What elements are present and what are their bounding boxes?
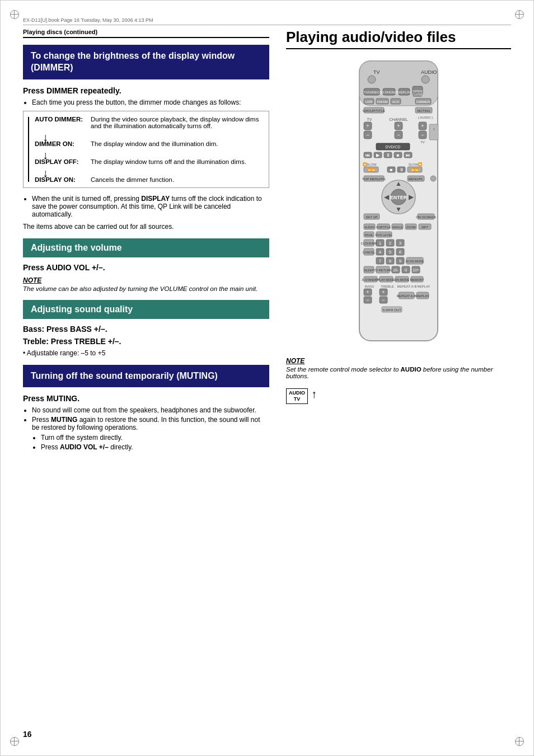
svg-text:6: 6 [399, 250, 402, 255]
svg-text:SCAN MODE: SCAN MODE [405, 260, 424, 263]
svg-text:DIMMER: DIMMER [416, 100, 430, 104]
svg-text:TREBLE: TREBLE [381, 285, 394, 288]
svg-text:5: 5 [389, 250, 392, 255]
svg-text:PAGE: PAGE [365, 233, 373, 237]
svg-text:↑: ↑ [433, 127, 435, 132]
bass-instruction: Bass: Press BASS +/–. [23, 325, 269, 334]
svg-text:TV: TV [367, 118, 372, 121]
svg-text:+: + [397, 123, 400, 129]
svg-text:–: – [366, 132, 369, 138]
volume-note-title: NOTE [23, 276, 269, 284]
svg-text:+: + [421, 123, 424, 129]
svg-text:■: ■ [390, 167, 393, 172]
svg-text:⏸: ⏸ [399, 167, 404, 172]
press-dimmer-instruction: Press DIMMER repeatedly. [23, 86, 269, 95]
svg-text:CHANNEL: CHANNEL [389, 118, 408, 121]
remote-control-svg: TV AUDIO TV/VIDEO 3D PHONIC DISPLAY OPEN… [343, 58, 455, 349]
svg-text:▶: ▶ [376, 153, 380, 158]
left-column: Playing discs (continued) To change the … [23, 29, 269, 456]
muting-sub-bullet-1: Turn off the system directly. [41, 434, 269, 442]
auto-dimmer-desc: During the video source playback, the di… [91, 116, 262, 129]
svg-text:ENTER: ENTER [390, 195, 407, 200]
svg-text:AUDIO: AUDIO [421, 69, 437, 75]
audio-arrow-up-icon: ↑ [311, 388, 317, 400]
svg-text:AUDIO: AUDIO [364, 226, 374, 229]
svg-text:–: – [382, 297, 385, 303]
svg-text:0: 0 [405, 267, 407, 273]
svg-text:ZOOM: ZOOM [406, 226, 416, 229]
audio-tv-box: AUDIO TV [286, 388, 308, 404]
remote-image-container: TV AUDIO TV/VIDEO 3D PHONIC DISPLAY OPEN… [286, 58, 511, 349]
svg-text:3: 3 [399, 241, 402, 246]
svg-text:ON MODE: ON MODE [395, 278, 410, 281]
corner-mark-tl [9, 9, 20, 20]
svg-text:7: 7 [379, 259, 382, 264]
svg-text:+: + [382, 289, 385, 295]
remote-note-title: NOTE [286, 357, 511, 365]
auto-dimmer-label: AUTO DIMMER: [35, 116, 91, 129]
svg-text:PLAY MODE: PLAY MODE [377, 278, 395, 281]
svg-text:–: – [421, 132, 424, 138]
dimmer-bullet-2: When the unit is turned off, pressing DI… [32, 195, 269, 218]
svg-text:TV RETURN: TV RETURN [374, 269, 392, 272]
svg-text:SUBTITLE: SUBTITLE [376, 226, 391, 229]
muting-bullet-2: Press MUTING again to restore the sound.… [32, 416, 269, 451]
file-info: EX-D11[U].book Page 16 Tuesday, May 30, … [23, 17, 511, 25]
right-section-title: Playing audio/video files [286, 29, 511, 49]
treble-instruction: Treble: Press TREBLE +/–. [23, 337, 269, 346]
dimmer-header-box: To change the brightness of the display … [23, 45, 269, 79]
flow-left-line [28, 117, 29, 182]
dimmer-on-desc: The display window and the illumination … [91, 140, 218, 147]
svg-text:ON SCREEN: ON SCREEN [416, 215, 436, 219]
svg-text:TV: TV [420, 140, 425, 144]
flow-dimmer-on: DIMMER ON: The display window and the il… [35, 140, 262, 147]
svg-text:MENU/PL: MENU/PL [409, 177, 424, 181]
svg-text:+: + [366, 289, 369, 295]
audio-tv-indicator: AUDIO TV ↑ [286, 388, 511, 404]
dimmer-bullet-list: Each time you press the button, the dimm… [32, 98, 269, 106]
svg-text:⏪BLOW: ⏪BLOW [363, 162, 377, 167]
svg-text:⏸: ⏸ [386, 153, 390, 158]
svg-text:–: – [397, 132, 400, 138]
svg-text:TV/VIDEO: TV/VIDEO [364, 91, 380, 94]
flow-auto-dimmer: AUTO DIMMER: During the video source pla… [35, 116, 262, 129]
svg-text:DVD LEVEL: DVD LEVEL [376, 233, 392, 237]
svg-point-5 [421, 76, 429, 83]
display-on-desc: Cancels the dimmer function. [91, 176, 174, 183]
dimmer-note-all-sources: The items above can be carried out for a… [23, 223, 269, 231]
display-on-label: DISPLAY ON: [35, 176, 91, 183]
svg-text:4: 4 [379, 250, 382, 255]
svg-text:◀: ◀ [384, 193, 390, 201]
svg-text:1: 1 [379, 241, 382, 246]
press-muting-instruction: Press MUTING. [23, 394, 269, 403]
svg-text:3D PHONIC: 3D PHONIC [380, 91, 399, 94]
svg-text:BASS: BASS [365, 285, 374, 288]
audio-label: AUDIO [289, 390, 305, 396]
svg-text:10-: 10- [393, 268, 399, 272]
svg-text:MUTING: MUTING [417, 109, 430, 112]
svg-text:▶: ▶ [409, 193, 414, 201]
svg-text:–: – [366, 297, 369, 303]
svg-text:TV: TV [373, 69, 380, 75]
display-off-desc: The display window turns off and the ill… [91, 158, 246, 165]
dimmer-extra-bullets: When the unit is turned off, pressing DI… [32, 195, 269, 218]
svg-text:SLOW⏩: SLOW⏩ [409, 162, 423, 167]
svg-text:AUX: AUX [392, 100, 399, 104]
svg-text:( AUDIO ): ( AUDIO ) [418, 116, 433, 119]
svg-text:⏭: ⏭ [406, 153, 410, 158]
svg-text:GROUP/TITLE: GROUP/TITLE [363, 109, 385, 112]
corner-mark-bl [9, 736, 20, 747]
svg-text:⏩⏩: ⏩⏩ [411, 168, 419, 172]
tv-label: TV [294, 396, 301, 402]
svg-text:8: 8 [389, 259, 392, 264]
svg-text:FM/AM: FM/AM [377, 100, 387, 104]
muting-sub-bullet-2: Press AUDIO VOL +/– directly. [41, 443, 269, 451]
muting-bullet-1: No sound will come out from the speakers… [32, 406, 269, 414]
volume-note: NOTE The volume can be also adjusted by … [23, 276, 269, 292]
svg-text:A.STANDBY: A.STANDBY [362, 278, 380, 281]
svg-text:9: 9 [399, 259, 402, 264]
svg-text:▲: ▲ [395, 180, 402, 187]
volume-note-text: The volume can be also adjusted by turni… [23, 285, 269, 292]
svg-text:SLEEP: SLEEP [364, 269, 374, 272]
svg-text:CANCEL: CANCEL [363, 251, 375, 254]
